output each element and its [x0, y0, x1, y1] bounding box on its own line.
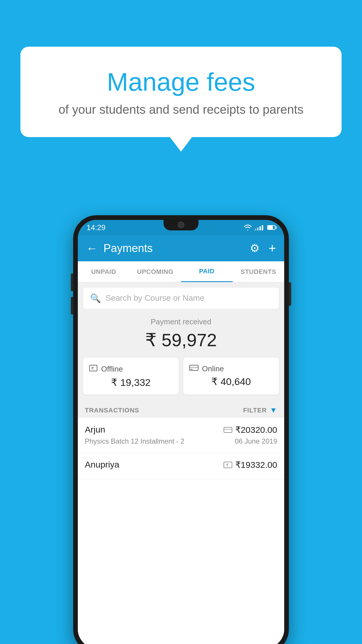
content-area: 🔍 Search by Course or Name Payment recei…: [78, 282, 284, 644]
filter-icon: ▼: [270, 406, 277, 415]
payment-summary: Payment received ₹ 59,972 ₹: [78, 309, 284, 400]
phone-camera: [178, 222, 184, 228]
transaction-list: Arjun ₹20320.00 Physics B: [78, 418, 284, 644]
transactions-label: TRANSACTIONS: [85, 407, 139, 414]
offline-card-header: ₹ Offline: [89, 364, 173, 374]
search-bar[interactable]: 🔍 Search by Course or Name: [83, 288, 279, 309]
transaction-amount-row-2: ₹ ₹19332.00: [224, 460, 277, 470]
speech-bubble: Manage fees of your students and send re…: [20, 47, 342, 137]
tabs-bar: UNPAID UPCOMING PAID STUDENTS: [78, 261, 284, 282]
settings-icon[interactable]: ⚙: [250, 242, 260, 255]
online-amount: ₹ 40,640: [189, 376, 273, 387]
offline-payment-icon: ₹: [224, 461, 232, 469]
transaction-date: 06 June 2019: [235, 437, 277, 445]
payment-received-label: Payment received: [83, 317, 279, 326]
power-button: [289, 282, 291, 306]
transaction-course: Physics Batch 12 Installment - 2: [85, 437, 184, 445]
filter-label: FILTER: [243, 407, 267, 414]
filter-container[interactable]: FILTER ▼: [243, 406, 277, 415]
transaction-item-arjun[interactable]: Arjun ₹20320.00 Physics B: [78, 418, 284, 453]
svg-rect-3: [189, 367, 198, 368]
transaction-details: Physics Batch 12 Installment - 2 06 June…: [85, 437, 277, 445]
app-background: Manage fees of your students and send re…: [0, 0, 362, 644]
tab-unpaid[interactable]: UNPAID: [78, 261, 129, 282]
offline-icon: ₹: [89, 364, 98, 374]
online-label: Online: [202, 364, 224, 373]
svg-text:₹: ₹: [226, 463, 229, 468]
volume-up-button: [71, 274, 73, 291]
transaction-amount-row: ₹20320.00: [224, 425, 277, 435]
search-icon: 🔍: [90, 293, 101, 303]
payment-total-amount: ₹ 59,972: [83, 329, 279, 351]
transaction-amount: ₹20320.00: [235, 425, 277, 435]
transaction-item-anupriya[interactable]: Anupriya ₹ ₹19332.00: [78, 453, 284, 480]
app-bar: ← Payments ⚙ +: [78, 235, 284, 261]
status-icons: [244, 224, 275, 231]
transaction-name-2: Anupriya: [85, 460, 119, 470]
search-placeholder: Search by Course or Name: [106, 293, 204, 303]
volume-down-button: [71, 297, 73, 314]
app-bar-actions: ⚙ +: [250, 241, 276, 256]
payment-cards: ₹ Offline ₹ 19,332: [83, 358, 279, 395]
offline-payment-card: ₹ Offline ₹ 19,332: [83, 358, 179, 395]
transaction-name: Arjun: [85, 425, 105, 435]
offline-label: Offline: [101, 365, 123, 374]
wifi-icon: [244, 224, 252, 231]
app-title: Payments: [103, 242, 250, 255]
add-button[interactable]: +: [268, 241, 276, 256]
tab-upcoming[interactable]: UPCOMING: [129, 261, 181, 282]
back-button[interactable]: ←: [86, 242, 98, 255]
battery-icon: [267, 225, 275, 230]
speech-bubble-container: Manage fees of your students and send re…: [20, 47, 342, 152]
transaction-row-top: Arjun ₹20320.00: [85, 425, 277, 435]
online-payment-card: Online ₹ 40,640: [183, 358, 279, 395]
online-icon: [189, 364, 198, 373]
signal-bars-icon: [255, 225, 263, 230]
transaction-amount-2: ₹19332.00: [235, 460, 277, 470]
speech-bubble-subtitle: of your students and send receipts to pa…: [44, 103, 318, 117]
tab-students[interactable]: STUDENTS: [233, 261, 284, 282]
phone-screen: 14:29: [78, 220, 284, 644]
svg-text:₹: ₹: [91, 366, 94, 371]
speech-bubble-tail: [170, 137, 192, 152]
svg-rect-4: [190, 369, 193, 370]
status-time: 14:29: [87, 223, 106, 232]
phone-frame: 14:29: [73, 215, 289, 644]
tab-paid[interactable]: PAID: [181, 261, 233, 282]
svg-rect-6: [224, 429, 232, 430]
transaction-row-top-2: Anupriya ₹ ₹19332.00: [85, 460, 277, 470]
online-card-header: Online: [189, 364, 273, 373]
card-payment-icon: [224, 427, 232, 433]
speech-bubble-title: Manage fees: [44, 67, 318, 97]
offline-amount: ₹ 19,332: [89, 377, 173, 388]
transactions-header: TRANSACTIONS FILTER ▼: [78, 400, 284, 418]
